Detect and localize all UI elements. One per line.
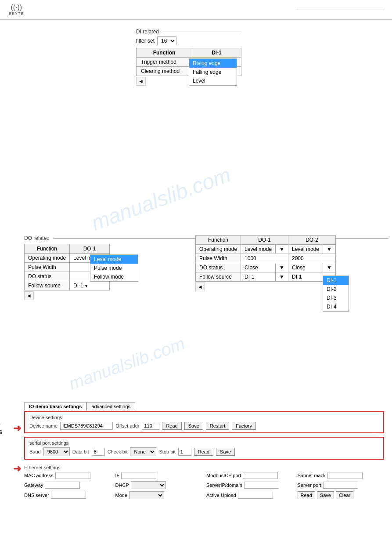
do-left-scroll-left[interactable]: ◄ [24, 291, 34, 300]
r-follow-source-v1-arrow[interactable]: ▼ [276, 272, 288, 282]
logo-text: EBYTE [9, 11, 24, 16]
eth-subnet-row: Subnet mack [298, 472, 385, 479]
read-button[interactable]: Read [162, 422, 181, 430]
dropdown-item-falling[interactable]: Falling edge [189, 68, 237, 76]
eth-mac-label: MAC address [24, 473, 54, 478]
eth-if-input[interactable] [121, 472, 156, 479]
filter-row: filter set 16 [136, 36, 241, 45]
device-box: Device settings Device name Offset addr … [24, 411, 384, 433]
do-right-table: Function DO-1 DO-2 Operating mode Level … [195, 235, 336, 282]
check-bit-select[interactable]: None [130, 447, 156, 456]
device-settings-label: Devicesettings [0, 420, 11, 436]
eth-clear-button[interactable]: Clear [336, 491, 353, 499]
dropdown-item-di4[interactable]: DI-4 [323, 302, 349, 311]
eth-modbus-row: ModbusICP port [206, 472, 293, 479]
eth-dhcp-select[interactable] [131, 481, 166, 489]
device-box-title: Device settings [29, 415, 379, 420]
eth-save-button[interactable]: Save [317, 491, 334, 499]
r-pulse-width-label: Pulse Width [196, 254, 241, 263]
eth-mac-input[interactable] [55, 472, 90, 479]
device-settings-text: Devicesettings [0, 420, 11, 436]
dropdown-item-di3[interactable]: DI-3 [323, 294, 349, 302]
filter-select[interactable]: 16 [157, 36, 176, 45]
eth-mode-select[interactable] [129, 491, 164, 499]
baud-select[interactable]: 9600 [43, 447, 70, 456]
data-bit-input[interactable] [92, 448, 105, 456]
do-right-col-do2: DO-2 [288, 236, 336, 245]
eth-read-button[interactable]: Read [298, 491, 315, 499]
dropdown-item-rising[interactable]: Rising edge [189, 59, 237, 68]
device-settings-arrow: ➜ [13, 423, 21, 434]
dropdown-item-di2[interactable]: DI-2 [323, 285, 349, 294]
stop-bit-label: Stop bit [159, 449, 175, 454]
follow-source-label: Follow source [25, 281, 70, 290]
di-section-label: DI related [136, 29, 241, 35]
eth-active-upload-input[interactable] [238, 492, 273, 499]
tab-advanced[interactable]: advanced settings [86, 402, 135, 410]
factory-button[interactable]: Factory [232, 422, 256, 430]
do-status-label: DO status [25, 272, 70, 281]
dropdown-item-pulse-mode[interactable]: Pulse mode [90, 264, 138, 272]
trigger-method-label: Trigger method [137, 58, 192, 67]
r-pulse-width-v1: 1000 [241, 254, 288, 263]
r-follow-source-v1: DI-1 [241, 272, 276, 282]
eth-server-label: ServerIP/domain [206, 482, 242, 488]
device-name-label: Device name [29, 423, 58, 428]
serial-save-button[interactable]: Save [216, 448, 235, 456]
do-left-col-do1: DO-1 [70, 244, 110, 254]
eth-subnet-input[interactable] [327, 472, 363, 479]
watermark2: manualslib.com [66, 334, 188, 394]
stop-bit-input[interactable] [178, 448, 191, 456]
offset-input[interactable] [142, 422, 159, 430]
eth-dns-label: DNS server [24, 493, 49, 498]
di-scroll-left[interactable]: ◄ [136, 77, 146, 86]
di-col-di1: DI-1 [192, 48, 241, 58]
r-do-status-v1-arrow[interactable]: ▼ [276, 263, 288, 272]
eth-serverport-row: Server port [298, 481, 385, 489]
follow-source-dropdown-arrow[interactable]: ▼ [84, 283, 89, 288]
do-left-col-function: Function [25, 244, 70, 254]
dropdown-item-follow-mode[interactable]: Follow mode [90, 272, 138, 281]
r-operating-mode-v2: Level mode [288, 245, 323, 254]
save-button[interactable]: Save [184, 422, 203, 430]
clearing-method-label: Clearing method [137, 67, 192, 76]
device-serial-arrow: ➜ [13, 463, 21, 475]
do-right-col-function: Function [196, 236, 241, 245]
r-pulse-width-v2: 2000 [288, 254, 336, 263]
dropdown-item-level[interactable]: Level [189, 76, 237, 85]
serial-box-title: serial port settings [29, 440, 379, 446]
eth-dhcp-row: DHCP [115, 481, 202, 489]
di-col-function: Function [137, 48, 192, 58]
r-do-status-v2: Close [288, 263, 323, 272]
logo: ((·)) EBYTE [9, 4, 24, 16]
do-right-scroll-left[interactable]: ◄ [195, 283, 205, 291]
table-row: Operating mode Level mode ▼ Level mode ▼ [196, 245, 336, 254]
r-operating-mode-v2-arrow[interactable]: ▼ [323, 245, 336, 254]
tab-io-basic[interactable]: IO demo basic settings [24, 402, 86, 410]
watermark1: manualslib.com [88, 163, 234, 236]
eth-serverport-input[interactable] [323, 482, 358, 489]
r-do-status-v2-arrow[interactable]: ▼ [323, 263, 336, 272]
device-name-input[interactable] [60, 422, 113, 430]
restart-button[interactable]: Restart [206, 422, 229, 430]
r-do-status-label: DO status [196, 263, 241, 272]
do-related-section: DO related Function DO-1 Operating mode [24, 235, 388, 243]
dropdown-item-level-mode[interactable]: Level mode [90, 255, 138, 264]
r-operating-mode-v1-arrow[interactable]: ▼ [276, 245, 288, 254]
eth-dns-row: DNS server [24, 491, 111, 499]
eth-btns-row: Read Save Clear [298, 491, 385, 499]
eth-gateway-input[interactable] [45, 482, 80, 489]
eth-modbus-input[interactable] [243, 472, 278, 479]
device-serial-text: Deviceserial portsettings [0, 455, 11, 479]
eth-dns-input[interactable] [51, 492, 86, 499]
eth-gateway-row: Gateway [24, 481, 111, 489]
eth-dhcp-label: DHCP [115, 482, 129, 488]
eth-server-row: ServerIP/domain [206, 481, 293, 489]
do-left-scroll-row: ◄ [24, 291, 110, 300]
filter-label: filter set [136, 38, 155, 44]
serial-read-button[interactable]: Read [194, 448, 213, 456]
dropdown-item-di1[interactable]: DI-1 [323, 276, 349, 285]
eth-server-input[interactable] [244, 482, 279, 489]
r-operating-mode-label: Operating mode [196, 245, 241, 254]
logo-icon: ((·)) [11, 4, 22, 11]
